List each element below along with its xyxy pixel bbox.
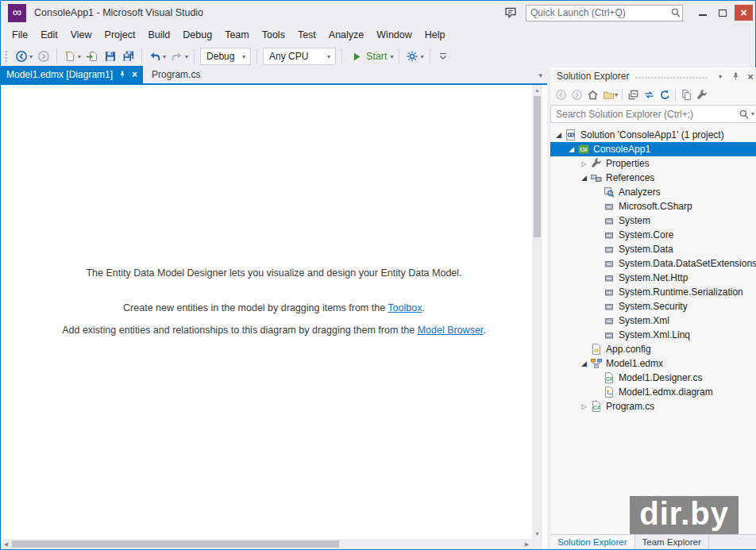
tree-item-app-config[interactable]: App.config (550, 342, 756, 356)
collapse-all-icon[interactable] (625, 87, 641, 103)
horizontal-scrollbar[interactable]: ◀ ▶ (1, 539, 532, 549)
collapse-arrow-icon[interactable]: ◢ (579, 174, 589, 182)
switch-views-icon[interactable] (600, 87, 616, 103)
menu-debug[interactable]: Debug (176, 25, 218, 45)
new-project-dropdown-icon[interactable]: ▾ (78, 53, 81, 60)
tree-item-system-core[interactable]: System.Core (550, 228, 756, 242)
scroll-right-icon[interactable]: ▶ (522, 539, 532, 549)
back-icon[interactable] (553, 87, 569, 103)
menu-help[interactable]: Help (418, 25, 452, 45)
sync-with-active-document-icon[interactable] (641, 87, 657, 103)
collapse-arrow-icon[interactable]: ◢ (579, 360, 589, 367)
tree-item-system-xml-linq[interactable]: System.Xml.Linq (550, 328, 756, 342)
solution-explorer-search[interactable]: ▾ (550, 105, 756, 123)
menu-edit[interactable]: Edit (34, 25, 64, 45)
navigate-back-dropdown-icon[interactable]: ▾ (29, 53, 33, 60)
undo-icon[interactable] (146, 48, 164, 65)
tab-team-explorer[interactable]: Team Explorer (635, 535, 709, 549)
tree-item-system[interactable]: System (550, 213, 756, 228)
menu-build[interactable]: Build (141, 25, 176, 45)
expand-arrow-icon[interactable]: ▷ (579, 403, 589, 410)
tree-item-references[interactable]: ◢References (550, 171, 756, 185)
menu-team[interactable]: Team (218, 25, 256, 45)
tree-item-program-cs[interactable]: ▷C#Program.cs (550, 399, 756, 413)
menu-tools[interactable]: Tools (256, 25, 291, 45)
close-button[interactable]: × (735, 5, 753, 21)
menu-project[interactable]: Project (98, 25, 142, 45)
search-icon[interactable] (738, 108, 750, 121)
save-icon[interactable] (102, 48, 119, 65)
pin-icon[interactable] (729, 70, 742, 83)
tree-item-system-net-http[interactable]: System.Net.Http (550, 271, 756, 285)
navigate-back-icon[interactable] (13, 48, 30, 65)
home-icon[interactable] (584, 87, 600, 103)
tree-item-properties[interactable]: ▷Properties (550, 156, 756, 171)
ide-settings-icon[interactable] (403, 48, 421, 65)
pin-icon[interactable] (118, 70, 127, 79)
tree-item-microsoft-csharp[interactable]: Microsoft.CSharp (550, 199, 756, 213)
search-options-icon[interactable]: ▾ (750, 110, 756, 117)
menu-analyze[interactable]: Analyze (322, 25, 370, 45)
save-all-icon[interactable] (120, 48, 137, 65)
redo-icon[interactable] (168, 48, 186, 65)
maximize-button[interactable] (712, 4, 732, 21)
expand-arrow-icon[interactable]: ▷ (579, 160, 589, 167)
chevron-down-icon[interactable]: ▾ (237, 53, 250, 60)
forward-icon[interactable] (569, 87, 584, 103)
scroll-down-icon[interactable]: ▼ (532, 529, 542, 539)
solution-explorer-header[interactable]: Solution Explorer ▾ × (550, 67, 756, 85)
navigate-forward-icon[interactable] (35, 48, 52, 65)
start-dropdown-icon[interactable]: ▾ (390, 53, 393, 60)
properties-icon[interactable] (694, 87, 710, 103)
refresh-icon[interactable] (657, 87, 673, 103)
tree-item-model1-edmx-diagram[interactable]: Model1.edmx.diagram (550, 385, 756, 399)
search-solution-explorer-input[interactable] (551, 109, 738, 120)
feedback-icon[interactable] (503, 6, 519, 19)
undo-dropdown-icon[interactable]: ▾ (163, 53, 166, 60)
tree-item-solution-consoleapp1-1-project[interactable]: ◢Solution 'ConsoleApp1' (1 project) (550, 128, 756, 142)
title-bar[interactable]: ∞ ConsoleApp1 - Microsoft Visual Studio … (1, 1, 755, 25)
edmx-designer-surface[interactable]: The Entity Data Model Designer lets you … (1, 85, 547, 549)
solution-configurations-combo[interactable]: Debug▾ (200, 48, 251, 65)
tree-item-analyzers[interactable]: Analyzers (550, 185, 756, 199)
collapse-arrow-icon[interactable]: ◢ (566, 145, 577, 153)
new-project-icon[interactable] (61, 48, 79, 65)
model-browser-link[interactable]: Model Browser (418, 325, 484, 336)
vertical-scrollbar-thumb[interactable] (534, 96, 541, 237)
solution-platforms-combo[interactable]: Any CPU▾ (263, 48, 336, 65)
tree-item-system-runtime-serialization[interactable]: System.Runtime.Serialization (550, 285, 756, 299)
search-icon[interactable] (669, 6, 682, 19)
collapse-arrow-icon[interactable]: ◢ (554, 131, 564, 139)
quick-launch[interactable] (526, 5, 683, 21)
show-all-files-icon[interactable] (678, 87, 694, 103)
tree-item-system-data[interactable]: System.Data (550, 242, 756, 256)
scroll-up-icon[interactable]: ▲ (532, 85, 542, 95)
tree-item-model1-edmx[interactable]: ◢Model1.edmx (550, 356, 756, 371)
tree-item-system-xml[interactable]: System.Xml (550, 313, 756, 328)
tab-solution-explorer[interactable]: Solution Explorer (550, 535, 635, 549)
menu-file[interactable]: File (6, 25, 34, 45)
chevron-down-icon[interactable]: ▾ (322, 53, 335, 60)
close-panel-icon[interactable]: × (744, 71, 756, 83)
tab-program-cs[interactable]: Program.cs (143, 66, 209, 83)
tree-item-system-security[interactable]: System.Security (550, 299, 756, 313)
close-tab-icon[interactable]: × (132, 70, 137, 79)
tree-item-consoleapp1[interactable]: ◢C#ConsoleApp1 (550, 142, 756, 156)
minimize-button[interactable] (692, 4, 712, 21)
tree-item-system-data-datasetextensions[interactable]: System.Data.DataSetExtensions (550, 256, 756, 271)
toolbar-drag-handle[interactable] (5, 50, 9, 63)
chevron-down-icon[interactable]: ▾ (615, 91, 618, 98)
quick-launch-input[interactable] (526, 7, 669, 18)
toolbar-overflow-icon[interactable] (434, 48, 452, 65)
window-position-icon[interactable]: ▾ (714, 73, 727, 80)
toolbox-link[interactable]: Toolbox (388, 302, 422, 313)
horizontal-scrollbar-thumb[interactable] (12, 540, 339, 548)
tree-item-model1-designer-cs[interactable]: C#Model1.Designer.cs (550, 371, 756, 385)
menu-window[interactable]: Window (370, 25, 418, 45)
start-debug-button[interactable]: Start (346, 50, 391, 63)
document-well-dropdown-icon[interactable]: ▾ (534, 71, 547, 79)
vertical-scrollbar[interactable]: ▲ ▼ (532, 85, 542, 539)
menu-test[interactable]: Test (291, 25, 322, 45)
redo-dropdown-icon[interactable]: ▾ (185, 53, 188, 60)
ide-settings-dropdown-icon[interactable]: ▾ (420, 53, 423, 60)
